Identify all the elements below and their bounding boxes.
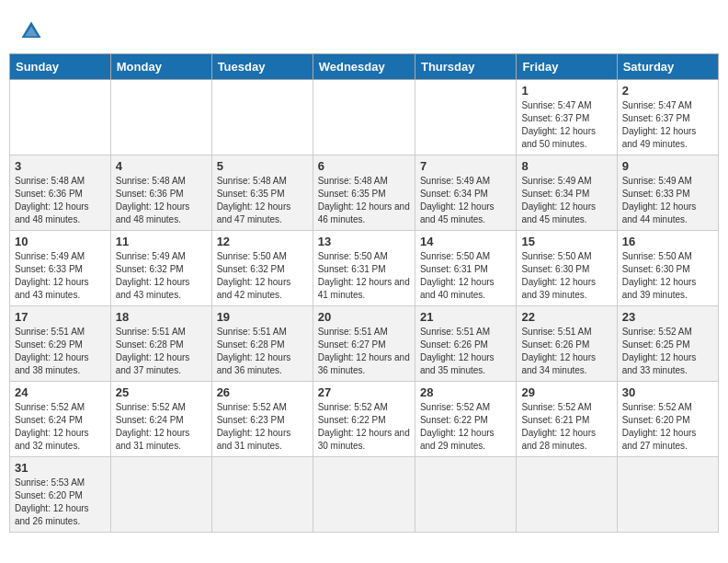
day-number: 1: [521, 84, 611, 98]
day-cell: 9Sunrise: 5:49 AM Sunset: 6:33 PM Daylig…: [617, 155, 718, 231]
day-info: Sunrise: 5:52 AM Sunset: 6:20 PM Dayligh…: [622, 401, 713, 453]
day-info: Sunrise: 5:52 AM Sunset: 6:25 PM Dayligh…: [622, 326, 713, 377]
day-number: 25: [116, 385, 207, 399]
day-info: Sunrise: 5:52 AM Sunset: 6:22 PM Dayligh…: [420, 401, 511, 453]
day-number: 11: [116, 235, 207, 248]
day-cell: 18Sunrise: 5:51 AM Sunset: 6:28 PM Dayli…: [110, 306, 211, 382]
week-row-1: 1Sunrise: 5:47 AM Sunset: 6:37 PM Daylig…: [10, 80, 719, 155]
day-number: 16: [622, 235, 713, 248]
calendar: SundayMondayTuesdayWednesdayThursdayFrid…: [9, 53, 719, 533]
day-info: Sunrise: 5:49 AM Sunset: 6:33 PM Dayligh…: [622, 175, 713, 226]
day-cell: 15Sunrise: 5:50 AM Sunset: 6:30 PM Dayli…: [517, 231, 617, 306]
day-info: Sunrise: 5:50 AM Sunset: 6:30 PM Dayligh…: [521, 250, 611, 302]
day-cell: 16Sunrise: 5:50 AM Sunset: 6:30 PM Dayli…: [617, 231, 718, 306]
weekday-header-tuesday: Tuesday: [211, 54, 313, 80]
day-info: Sunrise: 5:47 AM Sunset: 6:37 PM Dayligh…: [622, 99, 713, 151]
day-info: Sunrise: 5:52 AM Sunset: 6:24 PM Dayligh…: [116, 401, 207, 453]
day-cell: [617, 457, 718, 533]
day-info: Sunrise: 5:52 AM Sunset: 6:23 PM Dayligh…: [217, 401, 308, 453]
day-cell: [110, 80, 211, 155]
day-cell: [415, 457, 516, 533]
day-cell: 22Sunrise: 5:51 AM Sunset: 6:26 PM Dayli…: [517, 306, 617, 382]
day-cell: 12Sunrise: 5:50 AM Sunset: 6:32 PM Dayli…: [211, 231, 313, 306]
day-number: 18: [116, 310, 207, 324]
day-cell: 19Sunrise: 5:51 AM Sunset: 6:28 PM Dayli…: [211, 306, 313, 382]
day-info: Sunrise: 5:48 AM Sunset: 6:35 PM Dayligh…: [318, 175, 410, 226]
day-number: 28: [420, 385, 511, 399]
day-number: 7: [420, 159, 511, 173]
day-cell: [211, 80, 313, 155]
day-info: Sunrise: 5:50 AM Sunset: 6:31 PM Dayligh…: [318, 250, 410, 302]
day-number: 3: [15, 159, 106, 173]
day-info: Sunrise: 5:52 AM Sunset: 6:24 PM Dayligh…: [15, 401, 106, 453]
day-number: 4: [116, 159, 207, 173]
day-number: 12: [217, 235, 308, 248]
day-cell: 14Sunrise: 5:50 AM Sunset: 6:31 PM Dayli…: [415, 231, 516, 306]
day-cell: 7Sunrise: 5:49 AM Sunset: 6:34 PM Daylig…: [415, 155, 516, 231]
day-cell: 21Sunrise: 5:51 AM Sunset: 6:26 PM Dayli…: [415, 306, 516, 382]
day-number: 23: [622, 310, 713, 324]
day-info: Sunrise: 5:51 AM Sunset: 6:28 PM Dayligh…: [116, 326, 207, 377]
weekday-header-wednesday: Wednesday: [313, 54, 415, 80]
day-number: 13: [318, 235, 410, 248]
day-info: Sunrise: 5:51 AM Sunset: 6:28 PM Dayligh…: [217, 326, 308, 377]
day-number: 9: [622, 159, 713, 173]
day-number: 17: [15, 310, 106, 324]
day-cell: 24Sunrise: 5:52 AM Sunset: 6:24 PM Dayli…: [10, 382, 111, 457]
day-info: Sunrise: 5:49 AM Sunset: 6:32 PM Dayligh…: [116, 250, 207, 302]
day-cell: [313, 80, 415, 155]
day-cell: [10, 80, 111, 155]
day-cell: 27Sunrise: 5:52 AM Sunset: 6:22 PM Dayli…: [313, 382, 415, 457]
day-cell: 20Sunrise: 5:51 AM Sunset: 6:27 PM Dayli…: [313, 306, 415, 382]
day-cell: 1Sunrise: 5:47 AM Sunset: 6:37 PM Daylig…: [517, 80, 617, 155]
day-info: Sunrise: 5:51 AM Sunset: 6:26 PM Dayligh…: [420, 326, 511, 377]
day-cell: 28Sunrise: 5:52 AM Sunset: 6:22 PM Dayli…: [415, 382, 516, 457]
day-info: Sunrise: 5:48 AM Sunset: 6:35 PM Dayligh…: [217, 175, 308, 226]
day-cell: 30Sunrise: 5:52 AM Sunset: 6:20 PM Dayli…: [617, 382, 718, 457]
day-info: Sunrise: 5:50 AM Sunset: 6:30 PM Dayligh…: [622, 250, 713, 302]
day-number: 20: [318, 310, 410, 324]
day-number: 2: [622, 84, 713, 98]
day-cell: 29Sunrise: 5:52 AM Sunset: 6:21 PM Dayli…: [517, 382, 617, 457]
weekday-header-sunday: Sunday: [10, 54, 111, 80]
day-cell: 17Sunrise: 5:51 AM Sunset: 6:29 PM Dayli…: [10, 306, 111, 382]
week-row-6: 31Sunrise: 5:53 AM Sunset: 6:20 PM Dayli…: [10, 457, 719, 533]
day-info: Sunrise: 5:53 AM Sunset: 6:20 PM Dayligh…: [15, 477, 106, 528]
day-info: Sunrise: 5:52 AM Sunset: 6:21 PM Dayligh…: [521, 401, 611, 453]
day-info: Sunrise: 5:48 AM Sunset: 6:36 PM Dayligh…: [116, 175, 207, 226]
day-number: 27: [318, 385, 410, 399]
day-cell: [313, 457, 415, 533]
day-info: Sunrise: 5:51 AM Sunset: 6:26 PM Dayligh…: [521, 326, 611, 377]
day-cell: [415, 80, 516, 155]
day-info: Sunrise: 5:50 AM Sunset: 6:31 PM Dayligh…: [420, 250, 511, 302]
day-cell: 6Sunrise: 5:48 AM Sunset: 6:35 PM Daylig…: [313, 155, 415, 231]
day-number: 19: [217, 310, 308, 324]
day-info: Sunrise: 5:47 AM Sunset: 6:37 PM Dayligh…: [521, 99, 611, 151]
day-number: 22: [521, 310, 611, 324]
day-cell: 10Sunrise: 5:49 AM Sunset: 6:33 PM Dayli…: [10, 231, 111, 306]
logo-icon: [18, 18, 44, 44]
weekday-header-saturday: Saturday: [617, 54, 718, 80]
day-cell: 3Sunrise: 5:48 AM Sunset: 6:36 PM Daylig…: [10, 155, 111, 231]
day-number: 21: [420, 310, 511, 324]
weekday-header-friday: Friday: [517, 54, 617, 80]
weekday-header-row: SundayMondayTuesdayWednesdayThursdayFrid…: [10, 54, 719, 80]
day-number: 30: [622, 385, 713, 399]
weekday-header-monday: Monday: [110, 54, 211, 80]
header: [9, 9, 719, 49]
day-number: 14: [420, 235, 511, 248]
week-row-3: 10Sunrise: 5:49 AM Sunset: 6:33 PM Dayli…: [10, 231, 719, 306]
day-info: Sunrise: 5:51 AM Sunset: 6:29 PM Dayligh…: [15, 326, 106, 377]
day-cell: 11Sunrise: 5:49 AM Sunset: 6:32 PM Dayli…: [110, 231, 211, 306]
day-cell: 4Sunrise: 5:48 AM Sunset: 6:36 PM Daylig…: [110, 155, 211, 231]
day-info: Sunrise: 5:50 AM Sunset: 6:32 PM Dayligh…: [217, 250, 308, 302]
day-cell: 31Sunrise: 5:53 AM Sunset: 6:20 PM Dayli…: [10, 457, 111, 533]
day-number: 26: [217, 385, 308, 399]
day-number: 15: [521, 235, 611, 248]
day-cell: [110, 457, 211, 533]
day-info: Sunrise: 5:49 AM Sunset: 6:34 PM Dayligh…: [521, 175, 611, 226]
day-cell: 26Sunrise: 5:52 AM Sunset: 6:23 PM Dayli…: [211, 382, 313, 457]
week-row-2: 3Sunrise: 5:48 AM Sunset: 6:36 PM Daylig…: [10, 155, 719, 231]
logo: [18, 18, 48, 44]
weekday-header-thursday: Thursday: [415, 54, 516, 80]
